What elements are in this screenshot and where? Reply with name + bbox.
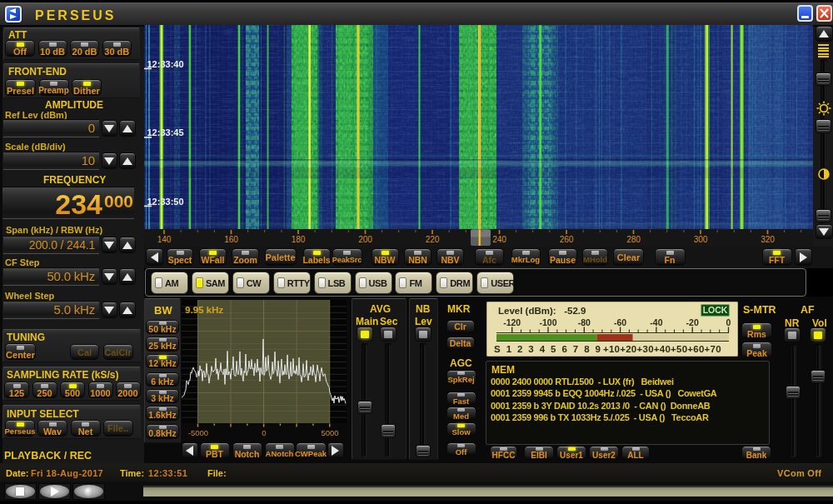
svg-text:-120: -120 xyxy=(503,317,521,327)
svg-text:320: 320 xyxy=(761,235,775,244)
svg-text:Level (dBm): -52.9: Level (dBm): -52.9 xyxy=(498,306,586,316)
svg-text:12:33:50: 12:33:50 xyxy=(147,197,184,207)
svg-text:240: 240 xyxy=(492,235,506,244)
svg-text:0: 0 xyxy=(262,428,266,437)
svg-text:12:33:40: 12:33:40 xyxy=(147,59,184,69)
svg-text:300: 300 xyxy=(694,235,708,244)
svg-text:-20: -20 xyxy=(686,317,699,327)
svg-text:180: 180 xyxy=(292,235,306,244)
svg-text:280: 280 xyxy=(626,235,641,244)
svg-text:260: 260 xyxy=(560,235,574,244)
svg-text:220: 220 xyxy=(426,235,440,244)
svg-text:-40: -40 xyxy=(650,317,662,327)
svg-text:200: 200 xyxy=(358,235,372,244)
svg-text:LOCK: LOCK xyxy=(703,305,728,315)
svg-text:-80: -80 xyxy=(578,317,591,327)
svg-text:-5000: -5000 xyxy=(188,428,208,437)
svg-text:9.95 kHz: 9.95 kHz xyxy=(185,305,223,315)
svg-text:140: 140 xyxy=(157,235,172,244)
svg-text:160: 160 xyxy=(224,235,238,244)
svg-text:-100: -100 xyxy=(539,317,556,327)
svg-text:5000: 5000 xyxy=(321,428,338,437)
svg-text:0: 0 xyxy=(726,317,731,327)
svg-text:12:33:45: 12:33:45 xyxy=(147,127,184,137)
svg-text:-60: -60 xyxy=(614,317,626,327)
